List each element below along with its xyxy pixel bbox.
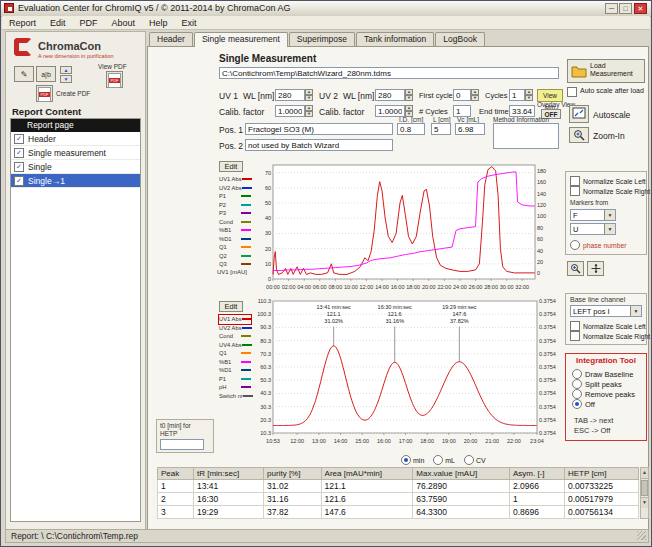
legend-item-q3[interactable]: Q3 bbox=[219, 260, 251, 269]
pos1-input[interactable] bbox=[245, 123, 393, 135]
first-cycle-spinner[interactable]: ▲▼ bbox=[471, 89, 479, 101]
legend-item-uv2-abs[interactable]: UV2 Abs bbox=[219, 324, 251, 333]
edit-tool-button[interactable]: ✎ bbox=[14, 66, 34, 82]
tree-row-single-1[interactable]: ✓Single→1 bbox=[11, 174, 140, 188]
baseline-channel-select[interactable]: LEFT pos I▼ bbox=[570, 305, 642, 317]
legend-item-switch-nr[interactable]: Switch nr bbox=[219, 392, 251, 401]
zoom-in-button[interactable] bbox=[569, 127, 589, 143]
menu-item-about[interactable]: About bbox=[105, 18, 143, 28]
pan-button[interactable] bbox=[587, 261, 604, 276]
zoom-plus-button[interactable] bbox=[567, 261, 584, 276]
legend-item-q1[interactable]: Q1 bbox=[219, 243, 251, 252]
first-cycle-input[interactable] bbox=[453, 89, 471, 101]
pos2-input[interactable] bbox=[245, 139, 393, 151]
radio-off[interactable]: Off bbox=[572, 399, 635, 409]
close-button[interactable]: ✕ bbox=[634, 3, 647, 14]
autoscale-button[interactable] bbox=[569, 105, 589, 123]
top-chart[interactable]: 0102030405060700204060801001201401601800… bbox=[249, 159, 563, 295]
cycles-input[interactable] bbox=[509, 89, 525, 101]
tab-logbook[interactable]: LogBook bbox=[435, 32, 485, 46]
checkbox-icon[interactable]: ✓ bbox=[14, 162, 24, 172]
uv2-wl-spinner[interactable]: ▲▼ bbox=[405, 89, 413, 101]
calib1-spinner[interactable]: ▲▼ bbox=[305, 105, 313, 117]
legend-item-p2[interactable]: P2 bbox=[219, 201, 251, 210]
legend-item-uv1-abs[interactable]: UV1 Abs bbox=[219, 315, 251, 324]
edit-top-chart-button[interactable]: Edit bbox=[219, 161, 243, 172]
checkbox-icon[interactable]: ✓ bbox=[14, 176, 24, 186]
radio-unit-cv[interactable]: CV bbox=[464, 455, 486, 465]
edit-bottom-chart-button[interactable]: Edit bbox=[219, 301, 243, 312]
tree-row-single[interactable]: ✓Single bbox=[11, 160, 140, 174]
menu-item-edit[interactable]: Edit bbox=[43, 18, 73, 28]
checkbox-icon[interactable]: ✓ bbox=[14, 134, 24, 144]
calib1-input[interactable] bbox=[275, 105, 305, 117]
legend-item-b1[interactable]: %B1 bbox=[219, 226, 251, 235]
scroll-down-icon[interactable]: ▼ bbox=[641, 497, 648, 508]
legend-item-d1[interactable]: %D1 bbox=[219, 235, 251, 244]
tab-superimpose[interactable]: Superimpose bbox=[289, 32, 355, 46]
menu-item-exit[interactable]: Exit bbox=[175, 18, 204, 28]
bottom-chart[interactable]: 110.3100.390.380.370.360.350.340.330.320… bbox=[249, 297, 563, 449]
menu-item-help[interactable]: Help bbox=[142, 18, 175, 28]
marker-select-2[interactable]: U▼ bbox=[570, 223, 616, 235]
scroll-up-icon[interactable]: ▲ bbox=[641, 468, 648, 479]
checkbox-normalize-scale-right[interactable]: Normalize Scale Right bbox=[570, 331, 650, 341]
radio-unit-min[interactable]: min bbox=[401, 455, 424, 465]
table-row[interactable]: 319:2937.82147.664.33000.86960.00756134 bbox=[158, 506, 639, 519]
view-pdf-button[interactable] bbox=[106, 71, 123, 88]
tab-header[interactable]: Header bbox=[149, 32, 193, 46]
marker-select-1[interactable]: F▼ bbox=[570, 209, 616, 221]
resize-grip[interactable] bbox=[637, 531, 646, 540]
maximize-button[interactable]: □ bbox=[619, 3, 632, 14]
legend-item-uv2-abs[interactable]: UV2 Abs bbox=[219, 184, 251, 193]
menu-item-pdf[interactable]: PDF bbox=[73, 18, 105, 28]
legend-item-ph[interactable]: pH bbox=[219, 383, 251, 392]
l-input[interactable] bbox=[431, 123, 451, 135]
menu-item-report[interactable]: Report bbox=[2, 18, 43, 28]
vc-input[interactable] bbox=[455, 123, 485, 135]
legend-item-uv1-abs[interactable]: UV1 Abs bbox=[219, 175, 251, 184]
legend-item-q1[interactable]: Q1 bbox=[219, 349, 251, 358]
minimize-button[interactable]: ─ bbox=[605, 3, 618, 14]
autoscale-after-load-checkbox[interactable]: Auto scale after load bbox=[567, 87, 647, 97]
create-pdf-button[interactable] bbox=[36, 85, 53, 102]
uv1-wl-spinner[interactable]: ▲▼ bbox=[305, 89, 313, 101]
table-row[interactable]: 216:3031.16121.663.759010.00517979 bbox=[158, 493, 639, 506]
legend-item-p1[interactable]: P1 bbox=[219, 375, 251, 384]
uv1-wl-input[interactable] bbox=[275, 89, 305, 101]
uv2-wl-input[interactable] bbox=[375, 89, 405, 101]
id-input[interactable] bbox=[397, 123, 425, 135]
checkbox-normalize-scale-right[interactable]: Normalize Scale Right bbox=[570, 186, 650, 196]
radio-split-peaks[interactable]: Split peaks bbox=[572, 379, 635, 389]
legend-item-p3[interactable]: P3 bbox=[219, 209, 251, 218]
svg-text:10.3: 10.3 bbox=[260, 430, 271, 436]
move-up-button[interactable]: ▲ bbox=[60, 66, 72, 74]
load-measurement-button[interactable]: Load Measurement bbox=[567, 59, 645, 83]
cycles-spinner[interactable]: ▲▼ bbox=[525, 89, 533, 101]
legend-item-cond[interactable]: Cond bbox=[219, 218, 251, 227]
legend-item-d1[interactable]: %D1 bbox=[219, 366, 251, 375]
radio-unit-ml[interactable]: mL bbox=[433, 455, 455, 465]
checkbox-normalize-scale-left[interactable]: Normalize Scale Left bbox=[570, 176, 650, 186]
legend-item-q2[interactable]: Q2 bbox=[219, 252, 251, 261]
phase-number-radio[interactable]: phase number bbox=[570, 240, 626, 250]
legend-item-uv4-abs[interactable]: UV4 Abs bbox=[219, 341, 251, 350]
t0-input[interactable] bbox=[160, 439, 204, 450]
checkbox-icon[interactable]: ✓ bbox=[14, 148, 24, 158]
tab-tank-information[interactable]: Tank information bbox=[356, 32, 434, 46]
checkbox-normalize-scale-left[interactable]: Normalize Scale Left bbox=[570, 321, 650, 331]
legend-item-cond[interactable]: Cond bbox=[219, 332, 251, 341]
measurement-path-input[interactable] bbox=[219, 67, 559, 79]
tree-row-single-measurement[interactable]: ✓Single measurement bbox=[11, 146, 140, 160]
table-row[interactable]: 113:4131.02121.176.28902.09660.00733225 bbox=[158, 480, 639, 493]
tab-single-measurement[interactable]: Single measurement bbox=[194, 32, 288, 47]
scroll-thumb[interactable] bbox=[641, 480, 648, 496]
legend-item-p1[interactable]: P1 bbox=[219, 192, 251, 201]
table-scrollbar[interactable]: ▲ ▼ bbox=[640, 467, 649, 519]
ab-tool-button[interactable]: a|b bbox=[36, 66, 56, 82]
tree-row-header[interactable]: ✓Header bbox=[11, 132, 140, 146]
radio-remove-peaks[interactable]: Remove peaks bbox=[572, 389, 635, 399]
radio-draw-baseline[interactable]: Draw Baseline bbox=[572, 369, 635, 379]
legend-item-b1[interactable]: %B1 bbox=[219, 358, 251, 367]
move-down-button[interactable]: ▼ bbox=[60, 75, 72, 83]
